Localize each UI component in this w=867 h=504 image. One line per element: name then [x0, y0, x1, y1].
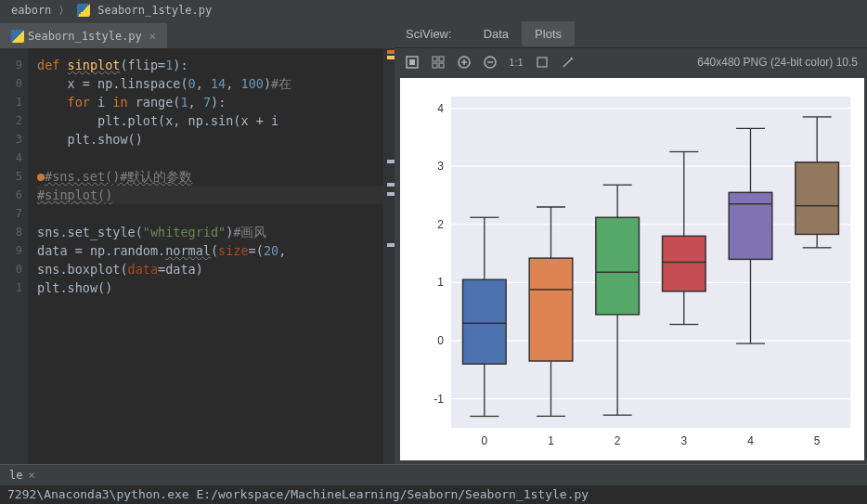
- breakpoint-icon[interactable]: [37, 174, 45, 181]
- svg-text:3: 3: [437, 160, 444, 173]
- export-icon[interactable]: [534, 54, 550, 71]
- zoom-out-icon[interactable]: [482, 54, 498, 71]
- svg-rect-5: [439, 63, 444, 68]
- sciview-tabs: SciView: Data Plots: [395, 20, 867, 48]
- svg-rect-3: [439, 57, 444, 61]
- close-icon[interactable]: ×: [149, 30, 156, 43]
- code-editor[interactable]: 9012345678901 def sinplot(flip=1): x = n…: [0, 48, 395, 464]
- svg-text:-1: -1: [434, 393, 444, 406]
- dropper-icon[interactable]: [560, 54, 576, 71]
- close-icon[interactable]: ×: [28, 469, 34, 482]
- editor-tab[interactable]: Seaborn_1style.py ×: [0, 23, 167, 48]
- svg-text:0: 0: [437, 334, 444, 347]
- breadcrumb-folder[interactable]: eaborn: [11, 4, 51, 17]
- sciview-title: SciView:: [406, 27, 452, 41]
- line-gutter: 9012345678901: [0, 48, 28, 464]
- console-tab[interactable]: le ×: [0, 465, 867, 485]
- sciview-toolbar: 1:1 640x480 PNG (24-bit color) 10.5: [395, 48, 867, 76]
- svg-rect-4: [433, 63, 437, 68]
- editor-tabs: Seaborn_1style.py ×: [0, 20, 395, 48]
- tab-label: Seaborn_1style.py: [28, 30, 142, 43]
- main-split: Seaborn_1style.py × 9012345678901 def si…: [0, 20, 867, 464]
- breadcrumb: eaborn 〉 Seaborn_1style.py: [0, 0, 867, 20]
- plot-area: -101234012345: [395, 76, 867, 464]
- editor-pane: Seaborn_1style.py × 9012345678901 def si…: [0, 20, 395, 464]
- svg-rect-12: [451, 97, 850, 428]
- svg-rect-2: [433, 57, 437, 61]
- svg-rect-43: [596, 217, 640, 315]
- python-file-icon: [11, 30, 24, 43]
- svg-text:4: 4: [747, 434, 754, 447]
- breadcrumb-file[interactable]: Seaborn_1style.py: [97, 4, 212, 17]
- svg-text:1: 1: [548, 434, 554, 447]
- code-body[interactable]: def sinplot(flip=1): x = np.linspace(0, …: [28, 48, 395, 464]
- svg-rect-29: [463, 279, 507, 364]
- svg-rect-1: [409, 59, 415, 65]
- svg-text:5: 5: [814, 434, 821, 447]
- svg-rect-50: [663, 236, 706, 291]
- svg-text:4: 4: [437, 102, 444, 115]
- minimap[interactable]: [383, 48, 395, 464]
- svg-text:3: 3: [680, 434, 687, 447]
- tab-data[interactable]: Data: [471, 21, 522, 46]
- boxplot-chart: -101234012345: [400, 78, 864, 460]
- ratio-icon[interactable]: 1:1: [508, 54, 524, 71]
- console-panel: le × 7292\Anaconda3\python.exe E:/worksp…: [0, 464, 867, 504]
- image-info: 640x480 PNG (24-bit color) 10.5: [697, 56, 858, 69]
- chevron-right-icon: 〉: [58, 3, 70, 19]
- svg-rect-64: [796, 162, 839, 235]
- svg-text:1: 1: [437, 276, 444, 289]
- svg-rect-57: [729, 192, 772, 259]
- svg-text:0: 0: [481, 434, 487, 447]
- sciview-pane: SciView: Data Plots 1:1 640x480 PNG (24-…: [395, 20, 867, 464]
- console-output: 7292\Anaconda3\python.exe E:/workspace/M…: [0, 485, 867, 503]
- zoom-in-icon[interactable]: [456, 54, 472, 71]
- svg-rect-36: [529, 258, 573, 361]
- tab-plots[interactable]: Plots: [522, 21, 575, 46]
- svg-rect-11: [537, 58, 547, 67]
- svg-text:2: 2: [615, 434, 621, 447]
- svg-text:2: 2: [437, 218, 444, 231]
- python-file-icon: [77, 4, 90, 17]
